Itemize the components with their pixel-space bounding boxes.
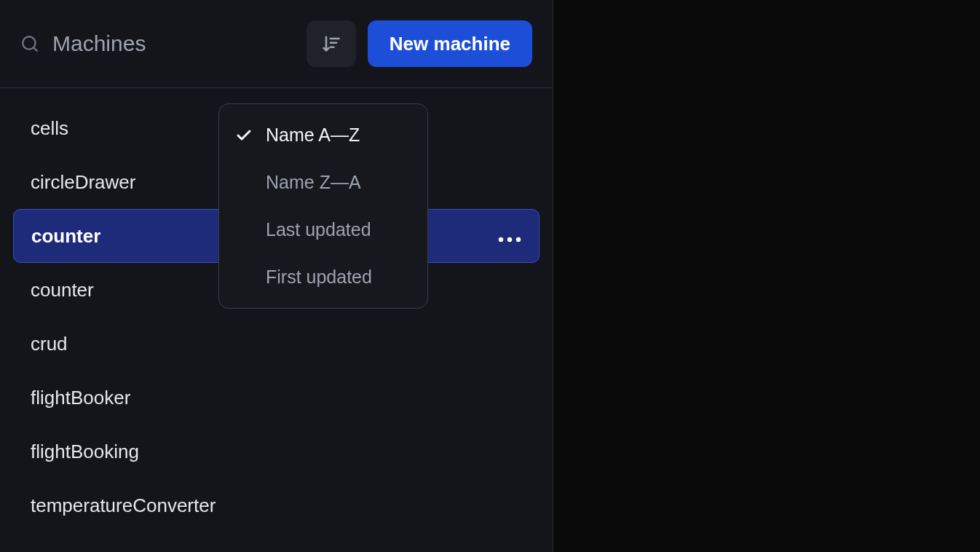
svg-point-13 [516, 237, 521, 241]
dropdown-item[interactable]: First updated [219, 253, 427, 301]
dropdown-item-label: Last updated [266, 219, 371, 240]
list-item[interactable]: temperatureConverter [13, 478, 540, 532]
dropdown-item[interactable]: Name A—Z [219, 111, 427, 159]
search-input[interactable] [52, 31, 295, 56]
dropdown-item-label: Name Z—A [266, 172, 361, 193]
dropdown-item-label: First updated [266, 267, 372, 288]
dropdown-item[interactable]: Last updated [219, 206, 427, 253]
sort-dropdown: Name A—ZName Z—ALast updatedFirst update… [218, 103, 428, 309]
list-item-label: temperatureConverter [31, 494, 216, 517]
check-icon [235, 127, 253, 144]
list-item[interactable]: flightBooking [13, 425, 540, 478]
sidebar-header: New machine [0, 0, 553, 88]
list-item[interactable]: flightBooker [13, 371, 540, 425]
list-item-label: crud [31, 333, 68, 355]
search-container [20, 31, 295, 56]
list-item-label: counter [31, 279, 94, 301]
sort-descending-icon [321, 33, 341, 54]
svg-line-1 [33, 47, 37, 51]
main-area [553, 0, 980, 552]
new-machine-button[interactable]: New machine [368, 20, 532, 67]
sort-button[interactable] [307, 20, 356, 67]
list-item-label: counter [31, 225, 100, 248]
list-item-label: circleDrawer [31, 171, 135, 194]
svg-point-12 [507, 237, 512, 241]
list-item-label: flightBooking [31, 441, 139, 463]
search-icon [20, 34, 39, 53]
list-item-label: flightBooker [31, 387, 130, 409]
svg-point-11 [499, 237, 503, 241]
more-icon[interactable] [498, 225, 521, 248]
dropdown-item[interactable]: Name Z—A [219, 159, 427, 206]
dropdown-item-label: Name A—Z [266, 125, 360, 146]
list-item[interactable]: crud [13, 317, 540, 371]
list-item-label: cells [31, 117, 68, 140]
